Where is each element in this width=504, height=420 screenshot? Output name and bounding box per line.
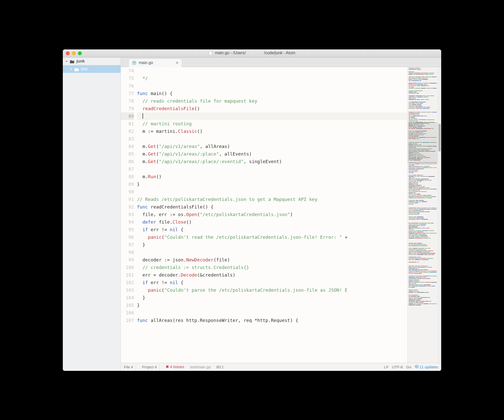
editor[interactable]: 7475767778798081828384858687888990919293… bbox=[121, 67, 441, 363]
close-button[interactable] bbox=[66, 51, 70, 55]
updates-label: 11 updates bbox=[419, 365, 438, 369]
status-eol[interactable]: LF bbox=[384, 365, 389, 369]
tree-item-label: test bbox=[81, 67, 88, 71]
svg-point-2 bbox=[134, 62, 135, 63]
editor-pane: main.go × 747576777879808182838485868788… bbox=[121, 57, 441, 371]
status-filepath[interactable]: test/main.go bbox=[188, 365, 211, 369]
status-cursor[interactable]: 80:1 bbox=[214, 365, 224, 369]
minimap-viewport[interactable] bbox=[408, 123, 438, 163]
editor-content[interactable]: 7475767778798081828384858687888990919293… bbox=[121, 67, 407, 363]
status-file-issues[interactable]: File 4 bbox=[124, 363, 136, 371]
tree-root-label: junk bbox=[76, 59, 85, 64]
project-issue-count: Project 4 bbox=[142, 365, 157, 369]
svg-point-1 bbox=[133, 62, 134, 63]
editor-window: main.go - /Users/ xxxxxxxx /code/junk - … bbox=[63, 49, 441, 371]
title-prefix: main.go - /Users/ bbox=[215, 51, 246, 55]
svg-rect-0 bbox=[132, 61, 136, 65]
tree-item-test[interactable]: test bbox=[63, 65, 121, 73]
caret-down-icon bbox=[65, 59, 68, 64]
status-encoding[interactable]: UTF-8 bbox=[392, 365, 403, 369]
window-title: main.go - /Users/ xxxxxxxx /code/junk - … bbox=[63, 51, 441, 56]
window-body: junk test main.go × bbox=[63, 57, 441, 371]
tab-bar[interactable]: main.go × bbox=[121, 57, 441, 67]
file-issue-count: File 4 bbox=[124, 365, 133, 369]
scrollbar[interactable] bbox=[438, 67, 441, 363]
status-grammar[interactable]: Go bbox=[406, 365, 411, 369]
scrollbar-thumb[interactable] bbox=[438, 124, 441, 152]
title-suffix: /code/junk - Atom bbox=[264, 51, 295, 55]
status-issues[interactable]: ✖ 4 Issues bbox=[163, 365, 184, 369]
folder-icon bbox=[70, 59, 74, 64]
close-icon[interactable]: × bbox=[176, 60, 179, 66]
tab-main-go[interactable]: main.go × bbox=[128, 58, 182, 67]
tree-view[interactable]: junk test bbox=[63, 57, 121, 371]
folder-icon bbox=[74, 67, 79, 71]
tab-label: main.go bbox=[139, 61, 153, 65]
minimize-button[interactable] bbox=[72, 51, 76, 55]
gutter[interactable]: 7475767778798081828384858687888990919293… bbox=[121, 67, 137, 363]
status-project-issues[interactable]: Project 4 bbox=[139, 363, 160, 371]
caret-right-icon bbox=[70, 67, 72, 71]
window-controls bbox=[66, 51, 82, 55]
minimap[interactable] bbox=[407, 67, 438, 363]
error-icon: ✖ bbox=[166, 365, 169, 369]
status-updates[interactable]: 11 updates bbox=[415, 365, 438, 369]
go-file-icon bbox=[132, 61, 136, 65]
status-bar: File 4 Project 4 ✖ 4 Issues test/main.go… bbox=[121, 363, 441, 371]
package-icon bbox=[415, 365, 419, 369]
titlebar[interactable]: main.go - /Users/ xxxxxxxx /code/junk - … bbox=[63, 49, 441, 57]
code-area[interactable]: */ func main() { // reads credentials fi… bbox=[137, 67, 407, 363]
tree-root[interactable]: junk bbox=[63, 57, 121, 65]
issues-label: 4 Issues bbox=[170, 365, 184, 369]
maximize-button[interactable] bbox=[78, 51, 82, 55]
document-icon bbox=[209, 51, 212, 56]
